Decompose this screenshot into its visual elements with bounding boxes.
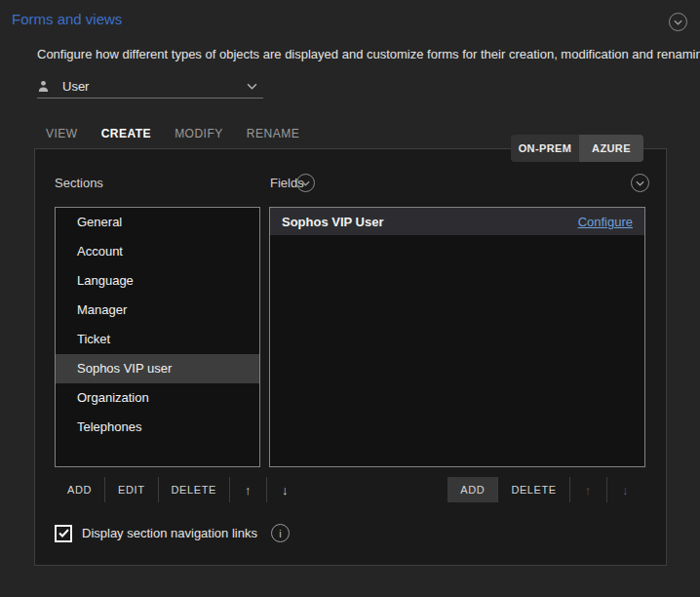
forms-and-views-page: Forms and views Configure how different … (0, 0, 700, 597)
checkbox-label: Display section navigation links (82, 526, 257, 540)
sections-toolbar: ADD EDIT DELETE ↑ ↓ (55, 477, 303, 502)
field-row[interactable]: Sophos VIP User Configure (270, 208, 644, 235)
section-item-manager[interactable]: Manager (56, 296, 259, 325)
sections-list: General Account Language Manager Ticket … (55, 207, 260, 467)
section-item-organization[interactable]: Organization (56, 383, 259, 413)
user-icon (37, 80, 50, 93)
field-name: Sophos VIP User (282, 215, 578, 229)
tab-view[interactable]: VIEW (36, 124, 88, 151)
fields-add-button[interactable]: ADD (447, 477, 497, 502)
fields-list: Sophos VIP User Configure (269, 207, 645, 467)
toggle-on-prem[interactable]: ON-PREM (511, 135, 579, 162)
section-item-general[interactable]: General (56, 208, 259, 237)
fields-move-down-button: ↓ (606, 477, 643, 502)
configure-link[interactable]: Configure (578, 215, 633, 229)
page-description: Configure how different types of objects… (37, 47, 700, 61)
chevron-down-icon (247, 83, 257, 90)
page-title: Forms and views (12, 11, 122, 27)
section-item-ticket[interactable]: Ticket (56, 325, 259, 354)
sections-move-down-button[interactable]: ↓ (266, 477, 303, 502)
sections-edit-button[interactable]: EDIT (104, 477, 157, 502)
tab-create[interactable]: CREATE (92, 124, 161, 151)
display-nav-links-checkbox[interactable] (55, 525, 72, 542)
section-item-language[interactable]: Language (56, 266, 259, 296)
section-item-sophos-vip-user[interactable]: Sophos VIP user (56, 354, 259, 383)
info-icon[interactable]: i (271, 524, 290, 542)
checkmark-icon (58, 529, 69, 537)
toggle-azure[interactable]: AZURE (579, 135, 643, 162)
object-type-value: User (62, 79, 247, 94)
chevron-down-icon (636, 180, 644, 186)
form-tabs: VIEW CREATE MODIFY RENAME (36, 124, 309, 151)
tab-modify[interactable]: MODIFY (165, 124, 233, 151)
chevron-down-icon (301, 180, 310, 186)
sections-delete-button[interactable]: DELETE (158, 477, 229, 502)
fields-delete-button[interactable]: DELETE (497, 477, 568, 502)
sections-move-up-button[interactable]: ↑ (229, 477, 266, 502)
sections-add-button[interactable]: ADD (55, 477, 104, 502)
environment-toggle: ON-PREM AZURE (511, 135, 643, 162)
fields-move-up-button: ↑ (569, 477, 606, 502)
panel-collapse-icon[interactable] (631, 174, 649, 192)
sections-label: Sections (55, 176, 103, 190)
form-editor-panel: Sections Fields General Account Language… (34, 148, 667, 566)
fields-options-icon[interactable] (296, 174, 315, 192)
header-collapse-icon[interactable] (669, 13, 687, 31)
panel-footer: Display section navigation links i (55, 524, 290, 542)
fields-toolbar: ADD DELETE ↑ ↓ (447, 477, 643, 502)
object-type-dropdown[interactable]: User (37, 74, 263, 99)
section-item-telephones[interactable]: Telephones (56, 413, 259, 442)
section-item-account[interactable]: Account (56, 237, 259, 266)
chevron-down-icon (674, 20, 682, 25)
tab-rename[interactable]: RENAME (237, 124, 309, 151)
